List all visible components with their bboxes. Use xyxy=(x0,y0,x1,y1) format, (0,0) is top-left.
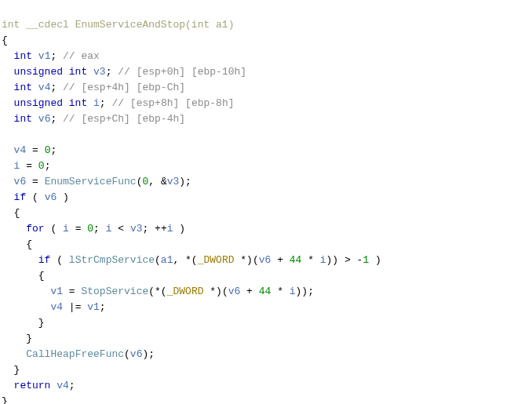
var-v6: v6 xyxy=(14,176,27,187)
signature-close: ) xyxy=(228,19,235,31)
code-line: } xyxy=(2,395,8,404)
var-v6: v6 xyxy=(130,348,143,360)
var-v3: v3 xyxy=(130,223,143,235)
code-line: int v1; // eax xyxy=(2,50,100,62)
brace-open: { xyxy=(2,238,32,250)
brace-close: } xyxy=(2,364,20,376)
comment: // [esp+4h] [ebp-Ch] xyxy=(63,82,185,93)
signature-param-name: a1 xyxy=(210,19,228,31)
code-line: v6 = EnumServiceFunc(0, &v3); xyxy=(2,176,191,187)
brace-open: { xyxy=(2,270,45,282)
keyword-int: int xyxy=(14,50,32,62)
brace-close: } xyxy=(2,333,32,344)
code-line: { xyxy=(2,238,32,250)
signature-type: int xyxy=(2,19,20,31)
var-v3: v3 xyxy=(167,176,180,187)
code-line: { xyxy=(2,270,45,282)
comment: // [esp+0h] [ebp-10h] xyxy=(118,66,246,78)
var-v6: v6 xyxy=(228,286,241,297)
fn-callheapfreefunc: CallHeapFreeFunc xyxy=(26,348,124,360)
var-v4: v4 xyxy=(38,82,51,93)
code-line: CallHeapFreeFunc(v6); xyxy=(2,348,155,360)
var-v6: v6 xyxy=(259,254,271,266)
var-v6: v6 xyxy=(38,113,51,125)
code-line: unsigned int i; // [esp+8h] [ebp-8h] xyxy=(2,97,235,109)
brace-close: } xyxy=(2,317,45,329)
code-line: v4 = 0; xyxy=(2,144,56,156)
code-line: v1 = StopService(*(_DWORD *)(v6 + 44 * i… xyxy=(2,286,314,297)
var-v4: v4 xyxy=(14,144,27,156)
code-line: return v4; xyxy=(2,380,75,391)
var-a1: a1 xyxy=(161,254,173,266)
var-i: i xyxy=(290,286,296,297)
brace-open: { xyxy=(2,35,8,46)
brace-close: } xyxy=(2,395,8,404)
keyword-if: if xyxy=(14,191,27,203)
number: 44 xyxy=(290,254,302,266)
code-line: { xyxy=(2,207,20,219)
signature-rest: __cdecl EnumServiceAndStop( xyxy=(26,19,191,31)
number: 0 xyxy=(87,223,93,235)
comment: // [esp+Ch] [ebp-4h] xyxy=(63,113,185,125)
signature-param-type: int xyxy=(191,19,210,31)
number: 44 xyxy=(259,286,271,297)
decompiled-code-block: int __cdecl EnumServiceAndStop(int a1) {… xyxy=(0,0,532,404)
type-dword: _DWORD xyxy=(167,286,204,297)
code-line: if ( lStrCmpService(a1, *(_DWORD *)(v6 +… xyxy=(2,254,381,266)
keyword-for: for xyxy=(26,223,44,235)
code-line: } xyxy=(2,317,45,329)
code-line: } xyxy=(2,364,20,376)
code-line: for ( i = 0; i < v3; ++i ) xyxy=(2,223,185,235)
var-v4: v4 xyxy=(56,380,69,391)
keyword-int: int xyxy=(14,82,32,93)
var-i: i xyxy=(320,254,326,266)
type-dword: _DWORD xyxy=(198,254,235,266)
keyword-unsigned-int: unsigned int xyxy=(14,97,88,109)
fn-enumservicefunc: EnumServiceFunc xyxy=(45,176,137,187)
fn-stopservice: StopService xyxy=(81,286,148,297)
keyword-if: if xyxy=(38,254,51,266)
keyword-unsigned-int: unsigned int xyxy=(14,66,88,78)
brace-open: { xyxy=(2,207,20,219)
code-line: unsigned int v3; // [esp+0h] [ebp-10h] xyxy=(2,66,246,78)
code-line: } xyxy=(2,333,32,344)
code-line: { xyxy=(2,35,8,46)
code-line: if ( v6 ) xyxy=(2,191,69,203)
keyword-int: int xyxy=(14,113,32,125)
var-v1: v1 xyxy=(87,301,100,313)
code-line: i = 0; xyxy=(2,160,50,172)
fn-lstrcmpservice: lStrCmpService xyxy=(69,254,155,266)
var-v3: v3 xyxy=(93,66,106,78)
var-v1: v1 xyxy=(38,50,51,62)
var-i: i xyxy=(93,97,100,109)
keyword-return: return xyxy=(14,380,51,391)
number: 0 xyxy=(38,160,45,172)
code-line: int v4; // [esp+4h] [ebp-Ch] xyxy=(2,82,185,93)
var-v4: v4 xyxy=(50,301,63,313)
code-line: int __cdecl EnumServiceAndStop(int a1) xyxy=(2,19,234,31)
var-v6: v6 xyxy=(45,191,57,203)
var-i: i xyxy=(167,223,173,235)
comment: // [esp+8h] [ebp-8h] xyxy=(111,97,234,109)
comment: // eax xyxy=(63,50,100,62)
var-i: i xyxy=(63,223,69,235)
code-line: int v6; // [esp+Ch] [ebp-4h] xyxy=(2,113,185,125)
code-line: v4 |= v1; xyxy=(2,301,106,313)
var-v1: v1 xyxy=(50,286,63,297)
